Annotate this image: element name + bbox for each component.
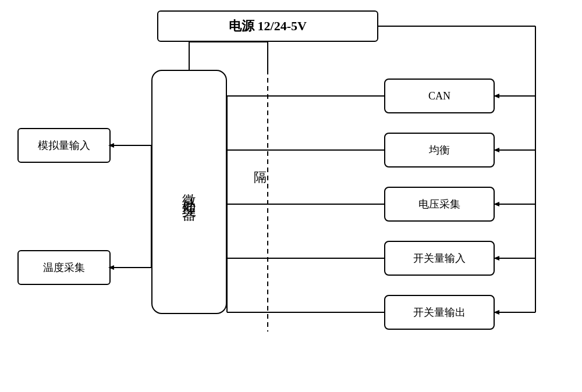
balance-label: 均衡	[429, 143, 450, 157]
can-box: CAN	[384, 79, 495, 113]
switch-in-box: 开关量输入	[384, 241, 495, 276]
micro-label: 微处理器	[180, 183, 198, 201]
switch-out-box: 开关量输出	[384, 295, 495, 330]
voltage-label: 电压采集	[418, 197, 460, 211]
temp-box: 温度采集	[17, 250, 111, 285]
can-label: CAN	[428, 90, 450, 102]
analog-box: 模拟量输入	[17, 128, 111, 163]
diagram-lines	[0, 0, 582, 392]
switch-in-label: 开关量输入	[413, 251, 466, 265]
ge-label: 隔	[254, 169, 267, 186]
balance-box: 均衡	[384, 133, 495, 168]
analog-label: 模拟量输入	[38, 138, 90, 152]
power-box: 电源 12/24-5V	[157, 10, 378, 42]
diagram: 电源 12/24-5V 微处理器 模拟量输入 温度采集 CAN 均衡 电压采集 …	[0, 0, 582, 392]
temp-label: 温度采集	[43, 261, 85, 275]
micro-box: 微处理器	[151, 70, 227, 314]
power-label: 电源 12/24-5V	[229, 17, 307, 35]
voltage-box: 电压采集	[384, 187, 495, 222]
switch-out-label: 开关量输出	[413, 305, 466, 319]
